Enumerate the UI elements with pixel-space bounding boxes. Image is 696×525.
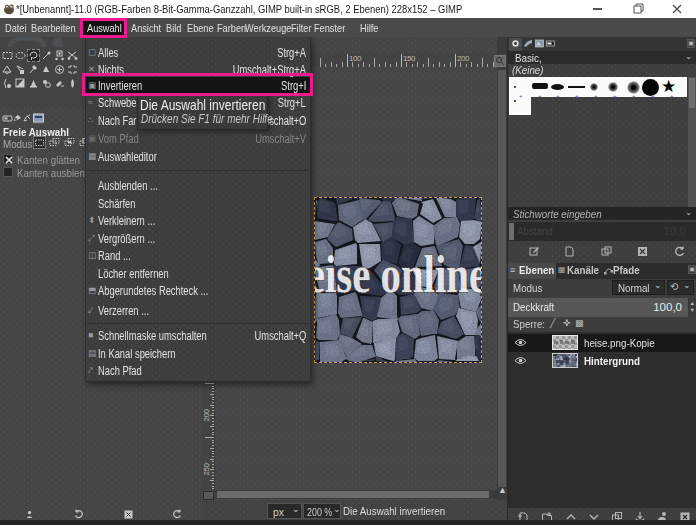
svg-text:A: A: [537, 41, 541, 47]
svg-text:heise online: heise online: [315, 245, 481, 303]
